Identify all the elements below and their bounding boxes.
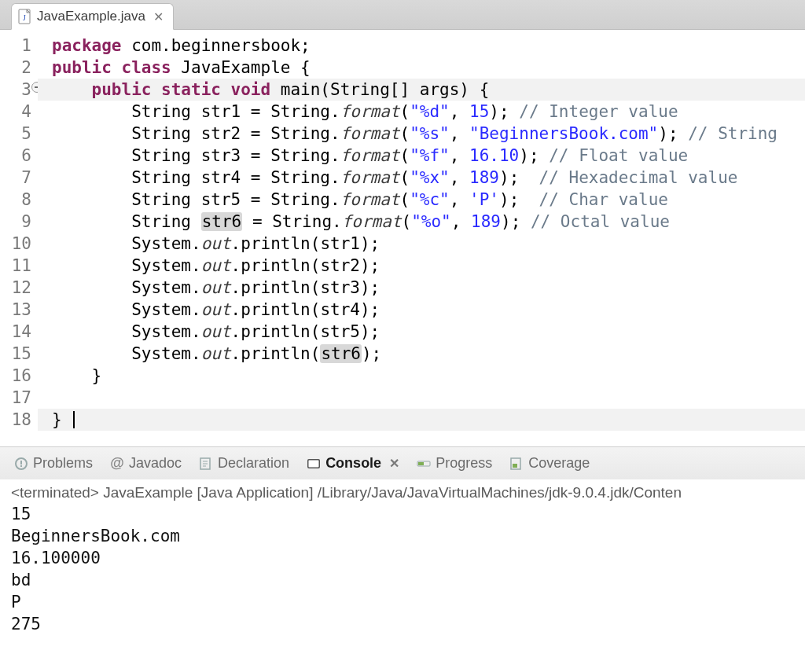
line-number: 4 [0,101,31,123]
svg-rect-3 [20,461,22,465]
line-number: 1 [0,35,31,57]
line-number-gutter: 123456789101112131415161718 [0,30,38,446]
svg-rect-10 [309,460,319,467]
java-file-icon: J [18,9,32,24]
code-line: String str3 = String.format("%f", 16.10)… [52,145,805,167]
code-line: public class JavaExample { [52,57,805,79]
svg-text:J: J [23,13,26,22]
javadoc-icon: @ [110,457,124,471]
line-number: 10 [0,233,31,255]
line-number: 12 [0,277,31,299]
code-line: String str4 = String.format("%x", 189); … [52,167,805,189]
view-tab-label: Problems [33,455,93,472]
code-line: String str6 = String.format("%o", 189); … [52,211,805,233]
view-tab-console[interactable]: Console✕ [307,455,399,472]
coverage-icon [509,457,524,471]
line-number: 17 [0,387,31,409]
editor-tab-bar: J JavaExample.java ✕ [0,0,805,30]
view-tab-declaration[interactable]: Declaration [199,455,289,472]
code-line: public static void main(String[] args) { [38,79,805,101]
console-run-header: <terminated> JavaExample [Java Applicati… [11,484,794,501]
line-number: 14 [0,321,31,343]
view-tab-label: Javadoc [129,455,182,472]
code-line: } [38,409,805,431]
editor-tab[interactable]: J JavaExample.java ✕ [11,3,174,30]
code-line [52,387,805,409]
view-tab-problems[interactable]: Problems [14,455,93,472]
view-tab-label: Progress [436,455,492,472]
declaration-icon [199,457,213,471]
line-number: 7 [0,167,31,189]
view-tab-label: Coverage [528,455,590,472]
svg-rect-12 [418,462,424,465]
editor-tab-filename: JavaExample.java [37,9,145,24]
progress-icon [417,457,431,471]
view-tab-label: Declaration [218,455,289,472]
line-number: 5 [0,123,31,145]
view-tab-javadoc[interactable]: @Javadoc [110,455,182,472]
code-line: package com.beginnersbook; [52,35,805,57]
code-line: System.out.println(str4); [52,299,805,321]
view-tab-progress[interactable]: Progress [417,455,492,472]
line-number: 9 [0,211,31,233]
code-line: String str2 = String.format("%s", "Begin… [52,123,805,145]
svg-rect-14 [513,464,517,468]
line-number: 16 [0,365,31,387]
line-number: 2 [0,57,31,79]
code-line: System.out.println(str2); [52,255,805,277]
console-view: <terminated> JavaExample [Java Applicati… [0,479,805,635]
bottom-views-tab-bar: Problems@JavadocDeclarationConsole✕Progr… [0,446,805,479]
console-icon [307,457,321,471]
code-line: System.out.println(str1); [52,233,805,255]
console-output[interactable]: 15 BeginnersBook.com 16.100000 bd P 275 [11,501,794,635]
line-number: 3 [0,79,31,101]
problems-icon [14,457,28,471]
line-number: 8 [0,189,31,211]
view-tab-label: Console [325,455,381,472]
code-line: String str5 = String.format("%c", 'P'); … [52,189,805,211]
code-area[interactable]: package com.beginnersbook;public class J… [38,30,805,446]
line-number: 11 [0,255,31,277]
view-tab-coverage[interactable]: Coverage [509,455,590,472]
line-number: 13 [0,299,31,321]
close-icon[interactable]: ✕ [389,456,399,471]
close-icon[interactable]: ✕ [150,9,164,24]
code-line: String str1 = String.format("%d", 15); /… [52,101,805,123]
code-editor[interactable]: 123456789101112131415161718 package com.… [0,30,805,446]
code-line: System.out.println(str3); [52,277,805,299]
code-line: } [52,365,805,387]
line-number: 18 [0,409,31,431]
code-line: System.out.println(str6); [52,343,805,365]
line-number: 15 [0,343,31,365]
code-line: System.out.println(str5); [52,321,805,343]
line-number: 6 [0,145,31,167]
svg-rect-4 [20,465,22,467]
